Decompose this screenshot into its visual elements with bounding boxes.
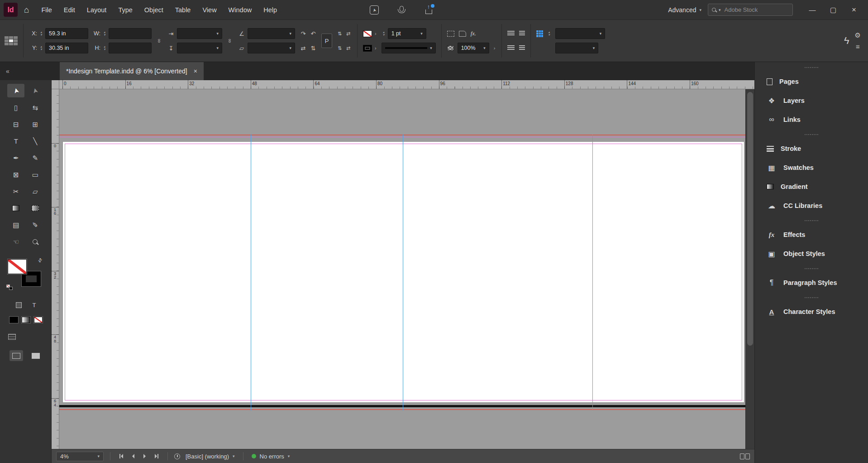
panel-item-character-styles[interactable]: ACharacter Styles <box>755 302 868 321</box>
ruler-origin-corner[interactable] <box>52 80 59 89</box>
search-input[interactable] <box>724 6 789 14</box>
panel-item-swatches[interactable]: ▦Swatches <box>755 158 868 177</box>
constrain-dimensions-icon[interactable]: ∞ <box>156 28 163 54</box>
panel-item-gradient[interactable]: Gradient <box>755 177 868 196</box>
formatting-affects-text-button[interactable]: T <box>33 302 36 308</box>
column-guide[interactable] <box>403 135 403 410</box>
menu-window[interactable]: Window <box>223 0 258 19</box>
panel-group-grip[interactable] <box>805 297 818 298</box>
selection-tool[interactable]: ➤ <box>7 84 24 97</box>
scale-y-dropdown[interactable]: ▾ <box>177 43 222 53</box>
menu-help[interactable]: Help <box>258 0 283 19</box>
effects-target-icon[interactable] <box>447 31 454 37</box>
stroke-swatch[interactable] <box>363 45 372 52</box>
column-guide[interactable] <box>251 135 251 410</box>
vertical-ruler[interactable]: 016324864 <box>52 89 59 449</box>
frame-fitting-grid-icon[interactable] <box>536 30 543 37</box>
horizontal-ruler[interactable]: 0163248648096112128144160 <box>52 80 754 89</box>
fill-proxy-swatch[interactable] <box>8 259 27 274</box>
restore-button[interactable]: ▢ <box>823 0 844 20</box>
share-icon[interactable]: ↑ <box>421 3 436 17</box>
panel-item-stroke[interactable]: Stroke <box>755 139 868 158</box>
apply-color-button[interactable] <box>10 317 18 323</box>
mic-icon[interactable] <box>394 3 409 17</box>
workspace-switcher[interactable]: Advanced ▾ <box>662 6 708 14</box>
adobe-stock-search[interactable]: ▾ <box>708 4 793 16</box>
text-wrap-alt-icon[interactable] <box>519 31 525 36</box>
gradient-feather-tool[interactable] <box>27 201 44 215</box>
zoom-tool[interactable] <box>27 235 44 248</box>
distribute-vertical-icon[interactable]: ⇅ <box>336 45 343 51</box>
chevron-right-icon[interactable]: › <box>493 45 496 51</box>
content-placer-tool[interactable]: ⊞ <box>27 117 44 131</box>
bleed-guide-bottom[interactable] <box>59 409 745 410</box>
next-page-button[interactable] <box>141 453 148 460</box>
bleed-guide[interactable] <box>59 135 745 135</box>
chevron-right-icon[interactable]: › <box>374 45 377 51</box>
formatting-affects-container-button[interactable] <box>16 302 22 308</box>
flip-horizontal-button[interactable]: ⇄ <box>299 45 307 52</box>
pen-tool[interactable]: ✒ <box>7 151 24 164</box>
panel-item-layers[interactable]: ❖Layers <box>755 91 868 110</box>
grid-stepper[interactable]: ▴▾ <box>547 31 551 36</box>
view-options-icon[interactable] <box>8 334 16 340</box>
apply-none-button[interactable] <box>34 317 43 323</box>
y-position-input[interactable] <box>45 43 88 53</box>
type-tool[interactable]: T <box>7 134 24 148</box>
collapse-tools-icon[interactable]: « <box>1 68 14 75</box>
document-canvas[interactable] <box>59 89 745 449</box>
panel-item-paragraph-styles[interactable]: ¶Paragraph Styles <box>755 273 868 292</box>
hand-tool[interactable]: ☜ <box>7 235 24 248</box>
spread-view-icon[interactable] <box>740 453 750 459</box>
opacity-dropdown[interactable]: 100% ▾ <box>458 43 489 53</box>
rotate-cw-button[interactable]: ↷ <box>299 30 307 37</box>
rotation-angle-dropdown[interactable]: ▾ <box>248 28 295 39</box>
menu-view[interactable]: View <box>196 0 222 19</box>
menu-object[interactable]: Object <box>138 0 169 19</box>
distribute-horizontal-icon[interactable]: ⇄ <box>345 45 352 51</box>
scale-x-dropdown[interactable]: ▾ <box>177 28 222 39</box>
eyedropper-tool[interactable]: ✐ <box>27 218 44 232</box>
direct-selection-tool[interactable]: ➤ <box>27 84 44 97</box>
preflight-profile-dropdown[interactable]: [Basic] (working) ▾ <box>184 453 237 460</box>
w-stepper[interactable]: ▴▾ <box>102 31 107 36</box>
select-container-indicator[interactable]: P <box>321 28 332 54</box>
stroke-weight-dropdown[interactable]: 1 pt ▾ <box>388 28 426 39</box>
fx-icon[interactable]: fx. <box>471 30 477 37</box>
document-page[interactable] <box>62 141 744 403</box>
shear-angle-dropdown[interactable]: ▾ <box>248 43 295 53</box>
home-icon[interactable]: ⌂ <box>24 5 29 15</box>
preflight-status-dropdown[interactable]: No errors ▾ <box>250 453 292 460</box>
panel-item-object-styles[interactable]: ▣Object Styles <box>755 244 868 263</box>
close-button[interactable]: × <box>844 0 864 20</box>
page-tool[interactable]: ▯ <box>7 101 24 114</box>
secondary-style-dropdown[interactable]: ▾ <box>555 43 598 53</box>
apply-gradient-button[interactable] <box>22 317 30 323</box>
previous-page-button[interactable] <box>129 453 137 460</box>
menu-layout[interactable]: Layout <box>81 0 113 19</box>
chevron-right-icon[interactable]: › <box>374 31 377 36</box>
distribute-vertical-icon[interactable]: ⇅ <box>336 31 343 37</box>
zoom-level-dropdown[interactable]: 4% ▾ <box>56 452 104 461</box>
swap-fill-stroke-icon[interactable]: ⇄ <box>37 257 44 264</box>
slug-guide[interactable] <box>59 137 745 137</box>
first-page-button[interactable] <box>117 453 126 460</box>
panel-item-links[interactable]: ∞Links <box>755 110 868 129</box>
constrain-scale-icon[interactable]: ∞ <box>226 28 234 54</box>
height-input[interactable] <box>109 43 152 53</box>
text-wrap-icon[interactable] <box>507 31 515 36</box>
panel-item-cc-libraries[interactable]: ☁CC Libraries <box>755 196 868 215</box>
pencil-tool[interactable]: ✎ <box>27 151 44 164</box>
panel-menu-icon[interactable]: ≡ <box>856 43 860 50</box>
x-stepper[interactable]: ▴▾ <box>39 31 43 36</box>
rotate-ccw-button[interactable]: ↶ <box>309 30 317 37</box>
screen-mode-preview-button[interactable] <box>29 350 43 361</box>
gap-tool[interactable]: ⇆ <box>27 101 44 114</box>
fill-swatch[interactable] <box>363 30 372 37</box>
panel-group-grip[interactable] <box>805 67 818 68</box>
menu-table[interactable]: Table <box>169 0 197 19</box>
width-input[interactable] <box>109 28 152 39</box>
x-position-input[interactable] <box>45 28 88 39</box>
settings-gear-icon[interactable]: ⚙ <box>855 32 861 39</box>
content-collector-tool[interactable]: ⊟ <box>7 117 24 131</box>
